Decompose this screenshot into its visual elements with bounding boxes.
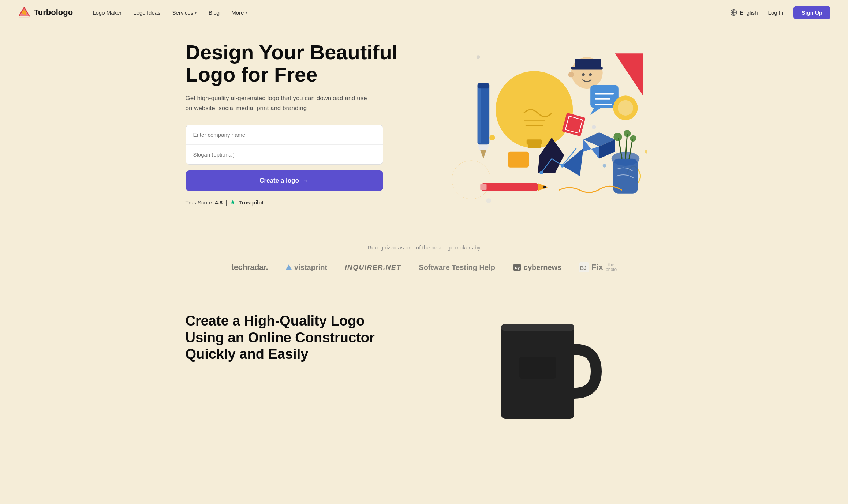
trustpilot-star-icon: ★ <box>230 198 236 206</box>
hero-title: Design Your Beautiful Logo for Free <box>186 41 405 86</box>
svg-point-50 <box>630 135 636 142</box>
fixthephoto-logo: Fix <box>591 263 603 272</box>
svg-rect-53 <box>508 152 529 168</box>
svg-point-48 <box>613 133 622 141</box>
svg-point-26 <box>589 73 592 76</box>
svg-marker-28 <box>615 53 643 95</box>
svg-point-8 <box>476 55 480 59</box>
svg-rect-44 <box>613 159 638 194</box>
fixthephoto-sub: thephoto <box>606 263 617 272</box>
company-name-input[interactable] <box>186 125 383 145</box>
svg-marker-20 <box>480 150 486 159</box>
svg-point-55 <box>560 164 564 168</box>
nav-right: English Log In Sign Up <box>730 6 830 19</box>
svg-point-40 <box>617 100 633 116</box>
language-button[interactable]: English <box>730 9 758 16</box>
bottom-left: Create a High-Quality Logo Using an Onli… <box>186 313 398 363</box>
svg-point-42 <box>452 161 490 199</box>
bottom-section: Create a High-Quality Logo Using an Onli… <box>168 291 680 452</box>
svg-marker-65 <box>285 264 292 270</box>
svg-rect-58 <box>480 184 486 190</box>
cybernews-logo: cybernews <box>524 263 561 272</box>
svg-point-25 <box>582 73 585 76</box>
svg-point-61 <box>592 125 596 129</box>
recognized-title: Recognized as one of the best logo maker… <box>18 244 830 251</box>
brand-cybernews: cy cybernews <box>513 263 561 272</box>
nav-links: Logo Maker Logo Ideas Services ▾ Blog Mo… <box>87 7 730 19</box>
brand-vistaprint: vistaprint <box>285 263 327 272</box>
trustscore-value: 4.8 <box>215 199 223 206</box>
trustpilot-row: TrustScore 4.8 | ★ Trustpilot <box>186 198 405 206</box>
hero-svg-illustration <box>435 40 647 208</box>
recognized-section: Recognized as one of the best logo maker… <box>0 230 848 291</box>
logo-form <box>186 125 383 165</box>
logo-text: Turbologo <box>34 8 73 17</box>
bottom-title: Create a High-Quality Logo Using an Onli… <box>186 313 398 363</box>
svg-point-64 <box>645 150 647 154</box>
brand-fixthephoto: BJ Fix thephoto <box>579 262 617 272</box>
brand-sth: Software Testing Help <box>419 263 495 272</box>
svg-marker-30 <box>590 108 601 115</box>
hero-illustration <box>420 40 663 208</box>
svg-rect-21 <box>477 83 489 88</box>
svg-point-60 <box>489 135 495 140</box>
nav-logo-maker[interactable]: Logo Maker <box>87 7 127 19</box>
sth-logo: Software Testing Help <box>419 263 495 272</box>
svg-point-62 <box>602 164 606 168</box>
login-button[interactable]: Log In <box>764 7 788 19</box>
svg-rect-72 <box>519 357 556 379</box>
create-logo-button[interactable]: Create a logo → <box>186 170 383 191</box>
trustscore-label: TrustScore <box>186 199 212 206</box>
nav-blog[interactable]: Blog <box>203 7 225 19</box>
svg-text:BJ: BJ <box>580 265 587 271</box>
logo-link[interactable]: Turbologo <box>18 6 73 19</box>
inquirer-logo: INQUIRER.NET <box>345 263 401 271</box>
svg-rect-15 <box>526 139 542 144</box>
hero-section: Design Your Beautiful Logo for Free Get … <box>168 25 680 230</box>
vistaprint-icon <box>285 264 292 271</box>
nav-services[interactable]: Services ▾ <box>167 7 202 19</box>
signup-button[interactable]: Sign Up <box>793 6 830 19</box>
svg-point-54 <box>539 171 543 174</box>
techradar-logo: techradar. <box>231 263 268 272</box>
arrow-icon: → <box>303 177 309 184</box>
svg-rect-18 <box>478 87 481 143</box>
trustpilot-separator: | <box>225 199 227 206</box>
hero-subtitle: Get high-quality ai-generated logo that … <box>186 93 369 113</box>
vistaprint-logo: vistaprint <box>294 263 327 272</box>
services-chevron-icon: ▾ <box>195 10 197 15</box>
svg-point-63 <box>486 198 491 203</box>
bottom-right <box>420 313 663 430</box>
svg-point-59 <box>543 186 546 189</box>
svg-rect-24 <box>571 67 602 70</box>
svg-point-49 <box>624 130 631 137</box>
nav-more[interactable]: More ▾ <box>226 7 253 19</box>
svg-point-27 <box>568 72 574 77</box>
slogan-input[interactable] <box>186 145 383 164</box>
navbar: Turbologo Logo Maker Logo Ideas Services… <box>0 0 848 25</box>
hero-left: Design Your Beautiful Logo for Free Get … <box>186 41 405 207</box>
svg-rect-16 <box>528 144 541 148</box>
svg-point-12 <box>496 71 573 148</box>
svg-text:cy: cy <box>515 265 520 270</box>
globe-icon <box>730 9 737 16</box>
cybernews-icon: cy <box>513 263 522 272</box>
mug-illustration <box>479 313 604 430</box>
more-chevron-icon: ▾ <box>245 10 247 15</box>
turbologo-icon <box>18 6 31 19</box>
brand-inquirer: INQUIRER.NET <box>345 263 401 271</box>
fixthephoto-icon: BJ <box>579 262 589 272</box>
brands-row: techradar. vistaprint INQUIRER.NET Softw… <box>18 262 830 272</box>
nav-logo-ideas[interactable]: Logo Ideas <box>128 7 165 19</box>
svg-rect-56 <box>482 183 538 191</box>
svg-marker-57 <box>538 183 548 191</box>
svg-rect-71 <box>501 324 574 331</box>
trustpilot-label: Trustpilot <box>239 199 264 206</box>
brand-techradar: techradar. <box>231 263 268 272</box>
